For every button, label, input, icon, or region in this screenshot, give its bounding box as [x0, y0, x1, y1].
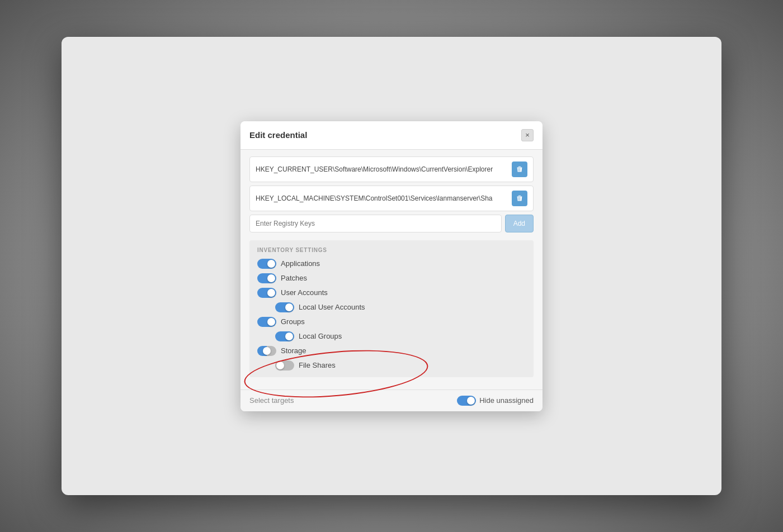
toggle-row-patches: Patches — [257, 273, 526, 283]
trash-icon — [516, 194, 523, 202]
toggle-row-user-accounts: User Accounts — [257, 288, 526, 298]
edit-credential-dialog: Edit credential × HKEY_CURRENT_USER\Soft… — [240, 121, 543, 411]
toggle-row-storage: Storage — [257, 346, 526, 356]
close-button[interactable]: × — [521, 129, 534, 141]
dialog-header: Edit credential × — [240, 121, 543, 150]
toggle-row-local-groups: Local Groups — [257, 331, 526, 341]
registry-key-input[interactable] — [249, 215, 502, 232]
hide-unassigned-toggle[interactable] — [457, 396, 476, 406]
patches-label: Patches — [281, 274, 307, 282]
local-groups-toggle[interactable] — [275, 331, 294, 341]
dialog-body: HKEY_CURRENT_USER\Software\Microsoft\Win… — [240, 150, 543, 390]
inventory-settings-section: INVENTORY SETTINGS Applications Patches … — [249, 240, 534, 377]
registry-key-value: HKEY_CURRENT_USER\Software\Microsoft\Win… — [256, 165, 507, 173]
dialog-title: Edit credential — [249, 130, 307, 140]
patches-toggle[interactable] — [257, 273, 276, 283]
groups-toggle[interactable] — [257, 317, 276, 327]
registry-row: HKEY_CURRENT_USER\Software\Microsoft\Win… — [249, 156, 534, 182]
groups-label: Groups — [281, 317, 305, 326]
inventory-settings-label: INVENTORY SETTINGS — [257, 247, 526, 253]
dialog-footer: Select targets Hide unassigned — [240, 390, 543, 411]
toggle-row-local-user-accounts: Local User Accounts — [257, 302, 526, 312]
trash-icon — [516, 165, 523, 173]
applications-toggle[interactable] — [257, 259, 276, 269]
delete-registry-key-button-2[interactable] — [512, 191, 527, 206]
user-accounts-label: User Accounts — [281, 288, 328, 297]
hide-unassigned-section: Hide unassigned — [457, 396, 534, 406]
file-shares-label: File Shares — [299, 361, 336, 369]
select-targets-label: Select targets — [249, 396, 294, 405]
local-groups-label: Local Groups — [299, 332, 342, 340]
local-user-accounts-label: Local User Accounts — [299, 303, 365, 311]
file-shares-toggle[interactable] — [275, 360, 294, 370]
toggle-row-groups: Groups — [257, 317, 526, 327]
toggle-row-file-shares: File Shares — [257, 360, 526, 370]
add-registry-key-button[interactable]: Add — [505, 215, 534, 232]
storage-toggle[interactable] — [257, 346, 276, 356]
applications-label: Applications — [281, 259, 320, 268]
delete-registry-key-button-1[interactable] — [512, 162, 527, 177]
registry-key-value: HKEY_LOCAL_MACHINE\SYSTEM\ControlSet001\… — [256, 194, 507, 202]
registry-row: HKEY_LOCAL_MACHINE\SYSTEM\ControlSet001\… — [249, 186, 534, 211]
storage-label: Storage — [281, 346, 306, 355]
add-registry-row: Add — [249, 215, 534, 232]
toggle-row-applications: Applications — [257, 259, 526, 269]
local-user-accounts-toggle[interactable] — [275, 302, 294, 312]
hide-unassigned-label: Hide unassigned — [479, 396, 534, 405]
screen-container: Edit credential × HKEY_CURRENT_USER\Soft… — [62, 37, 721, 495]
user-accounts-toggle[interactable] — [257, 288, 276, 298]
